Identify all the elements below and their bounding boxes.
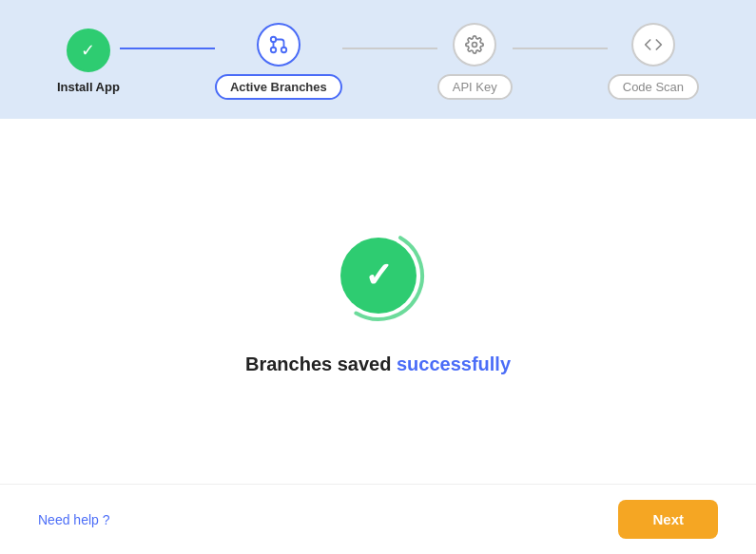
step-4-circle <box>631 23 675 67</box>
success-text-plain: Branches saved <box>245 353 397 374</box>
success-text-highlight: successfully <box>397 353 511 374</box>
step-4-label: Code Scan <box>608 74 699 100</box>
success-message: Branches saved successfully <box>245 353 511 375</box>
step-3-circle <box>453 23 496 67</box>
step-2: Active Branches <box>215 23 342 100</box>
help-link[interactable]: Need help ? <box>38 512 110 527</box>
next-button[interactable]: Next <box>618 500 718 539</box>
step-install-app: ✓ Install App <box>57 29 120 94</box>
connector-3 <box>513 48 608 49</box>
success-icon-wrapper: ✓ <box>331 228 426 323</box>
step-1-circle: ✓ <box>67 29 110 72</box>
stepper-header: ✓ Install App Active Branches <box>0 0 756 119</box>
success-circle: ✓ <box>340 238 417 314</box>
step-4: Code Scan <box>608 23 699 100</box>
step-api-key: API Key <box>437 23 513 100</box>
step-code-scan: Code Scan <box>608 23 699 100</box>
footer: Need help ? Next <box>0 484 756 554</box>
gear-icon <box>465 35 484 54</box>
step-3-label: API Key <box>437 74 513 100</box>
step-active-branches: Active Branches <box>215 23 342 100</box>
main-content: ✓ Branches saved successfully <box>0 119 756 484</box>
step-1: ✓ Install App <box>57 29 120 94</box>
step-3: API Key <box>437 23 513 100</box>
step-2-circle <box>257 23 300 67</box>
checkmark-icon: ✓ <box>364 258 393 293</box>
step-2-label: Active Branches <box>215 74 342 100</box>
code-icon <box>644 35 663 54</box>
step-1-label: Install App <box>57 80 120 94</box>
branches-icon <box>268 34 289 55</box>
connector-1 <box>120 48 215 49</box>
step-1-check-icon: ✓ <box>81 40 95 61</box>
svg-point-3 <box>473 43 477 48</box>
connector-2 <box>342 48 437 49</box>
